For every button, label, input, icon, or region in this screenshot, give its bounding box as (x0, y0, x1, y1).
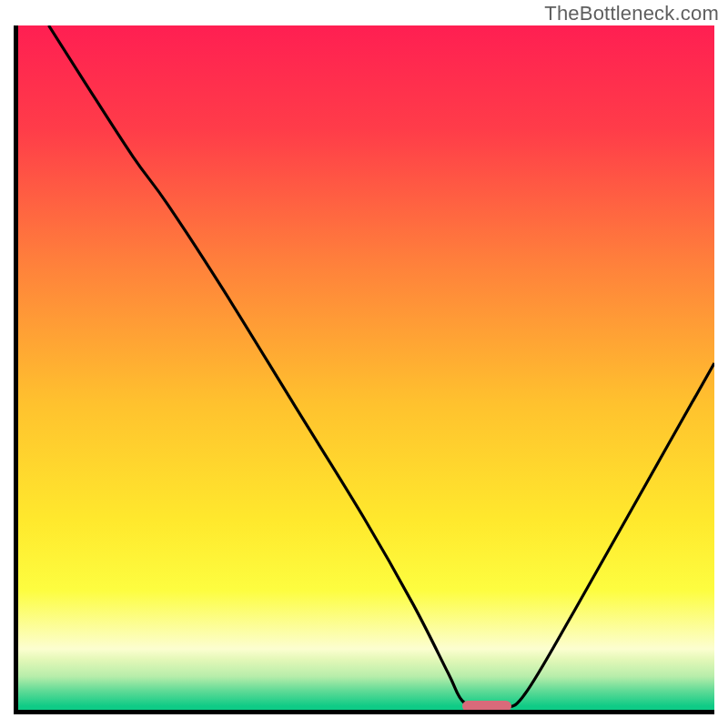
chart-frame: TheBottleneck.com (0, 0, 728, 728)
plot-area (14, 25, 714, 714)
x-axis (14, 710, 714, 714)
y-axis (14, 25, 18, 714)
background-gradient (14, 25, 714, 714)
attribution-label: TheBottleneck.com (544, 2, 719, 25)
svg-rect-0 (14, 25, 714, 714)
